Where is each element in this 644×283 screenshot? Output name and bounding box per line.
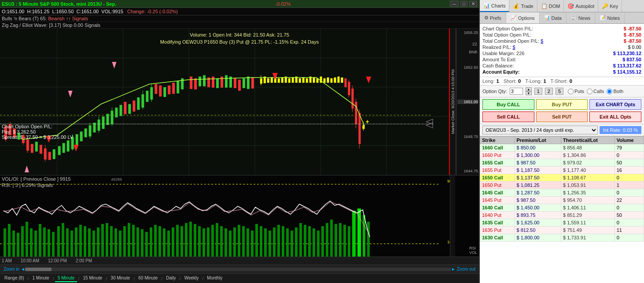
th-theoretical[interactable]: Theoretical/Lot (561, 137, 615, 144)
table-row[interactable]: 1655 Call $ 987.50 $ 979.02 50 (480, 159, 644, 167)
svg-rect-144 (70, 231, 73, 257)
combined-link[interactable]: $ (541, 38, 543, 44)
qty-up-button[interactable]: ▲ (526, 87, 532, 91)
options-table-wrap[interactable]: Strike Premium/Lot Theoretical/Lot Volum… (480, 136, 644, 283)
table-header-row: Strike Premium/Lot Theoretical/Lot Volum… (480, 137, 644, 144)
table-row[interactable]: 1635 Put $ 812.50 $ 751.49 11 (480, 227, 644, 234)
puts-radio-label[interactable]: Puts (568, 89, 584, 94)
scroll-thumb[interactable] (25, 268, 52, 271)
tf-5min[interactable]: 5 Minute (55, 275, 77, 282)
key-icon: 🔑 (602, 3, 608, 9)
svg-rect-49 (128, 104, 131, 114)
svg-rect-61 (172, 83, 175, 94)
calls-radio[interactable] (587, 89, 592, 94)
close-button[interactable]: ✕ (469, 1, 477, 7)
qty-preset-5[interactable]: 5 (556, 88, 563, 95)
svg-rect-47 (119, 105, 122, 116)
table-row[interactable]: 1650 Call $ 1,137.50 $ 1,108.67 0 (480, 174, 644, 182)
th-premium[interactable]: Premium/Lot (515, 137, 561, 144)
table-row[interactable]: 1660 Call $ 850.00 $ 856.48 79 (480, 144, 644, 152)
exit-chart-opts-button[interactable]: Exit CHART Opts (589, 99, 641, 110)
tf-1min[interactable]: 1 Minute (30, 275, 52, 282)
pl-section: Chart Option Open P/L: $ -87.50 Total Op… (480, 24, 644, 77)
qty-preset-2[interactable]: 2 (545, 88, 553, 95)
price-level-4: 1644.75 (457, 169, 478, 173)
long-item: Long: 1 (482, 78, 499, 84)
int-rate-button[interactable]: Int Rate: 0.03 % (600, 126, 641, 134)
sell-put-button[interactable]: Sell PUT (536, 112, 588, 122)
cell-volume: 0 (615, 219, 644, 227)
option-qty-input[interactable] (510, 88, 523, 95)
tab-options[interactable]: 📈 Options (506, 12, 540, 23)
cell-premium: $ 987.50 (515, 159, 561, 167)
scroll-track[interactable] (25, 268, 451, 271)
table-row[interactable]: 1660 Put $ 1,300.00 $ 1,304.86 0 (480, 152, 644, 159)
tf-range[interactable]: Range (8) (2, 275, 26, 282)
ohlc-change: Change: -0.25 (-0.02%) (127, 9, 178, 14)
news-label: News (578, 15, 591, 21)
svg-rect-59 (163, 87, 166, 97)
tshort-item: T-Short: 0 (551, 78, 572, 84)
svg-rect-133 (21, 226, 24, 257)
realized-link[interactable]: $ (512, 45, 515, 50)
nav-charts[interactable]: 📊 Charts (480, 0, 509, 12)
tab-notes[interactable]: 📝 Notes (595, 12, 625, 23)
buy-put-button[interactable]: Buy PUT (536, 99, 588, 110)
sell-call-button[interactable]: Sell CALL (482, 112, 534, 122)
cell-volume: 0 (615, 204, 644, 212)
svg-rect-189 (269, 231, 271, 257)
th-volume[interactable]: Volume (615, 137, 644, 144)
nav-trade[interactable]: 💰 Trade (509, 0, 537, 12)
qty-down-button[interactable]: ▼ (526, 91, 532, 95)
nav-dom[interactable]: 📋 DOM (537, 0, 564, 12)
table-row[interactable]: 1630 Call $ 1,800.00 $ 1,733.91 0 (480, 234, 644, 242)
svg-rect-192 (282, 226, 284, 257)
both-radio-label[interactable]: Both (607, 89, 623, 94)
th-strike[interactable]: Strike (480, 137, 515, 144)
buy-call-button[interactable]: Buy CALL (482, 99, 534, 110)
tab-data[interactable]: 📊 Data (540, 12, 567, 23)
options-label: Options (518, 15, 535, 21)
table-row[interactable]: 1645 Put $ 987.50 $ 954.70 22 (480, 197, 644, 204)
svg-rect-129 (4, 228, 6, 257)
minimize-button[interactable]: — (450, 1, 459, 7)
svg-rect-150 (97, 227, 99, 257)
puts-radio[interactable] (568, 89, 574, 94)
svg-rect-211 (367, 222, 370, 257)
svg-rect-22 (31, 144, 33, 153)
table-row[interactable]: 1650 Put $ 1,081.25 $ 1,053.91 1 (480, 182, 644, 189)
tab-prefs[interactable]: ⚙ Prefs (480, 12, 506, 23)
svg-rect-30 (63, 143, 65, 153)
chart-change: -0.02% (276, 1, 291, 7)
maximize-button[interactable]: □ (460, 1, 467, 7)
svg-rect-136 (34, 231, 37, 257)
svg-rect-28 (53, 149, 55, 159)
svg-rect-135 (30, 228, 33, 257)
account-summary: Long: 1 Short: 0 T-Long: 1 T-Short: 0 (480, 77, 644, 86)
tf-60min[interactable]: 60 Minute (136, 275, 160, 282)
svg-rect-209 (357, 209, 361, 257)
table-row[interactable]: 1640 Put $ 893.75 $ 851.29 50 (480, 212, 644, 219)
qty-preset-1[interactable]: 1 (534, 88, 542, 95)
expiry-select[interactable]: OEW2U3 - Sep. 2013 / 24 days until exp. (482, 126, 598, 134)
calls-radio-label[interactable]: Calls (587, 89, 604, 94)
usable-margin-value: $ 113,230.12 (613, 51, 641, 56)
table-row[interactable]: 1655 Put $ 1,187.50 $ 1,177.40 16 (480, 167, 644, 174)
nav-key[interactable]: 🔑 Key (598, 0, 622, 12)
tf-15min[interactable]: 15 Minute (80, 275, 105, 282)
modifying-info: Modifying OEW2U3 P1650 Buy (3) Put @ 21.… (160, 39, 319, 45)
table-row[interactable]: 1645 Call $ 1,287.50 $ 1,256.35 0 (480, 189, 644, 197)
exit-all-opts-button[interactable]: Exit ALL Opts (589, 112, 641, 122)
table-row[interactable]: 1635 Call $ 1,625.00 $ 1,559.11 0 (480, 219, 644, 227)
tf-30min[interactable]: 30 Minute (108, 275, 132, 282)
table-row[interactable]: 1640 Call $ 1,450.00 $ 1,406.11 0 (480, 204, 644, 212)
zoom-out-button[interactable]: ► Zoom out (451, 267, 475, 272)
zoom-in-button[interactable]: Zoom in ◄ (4, 267, 25, 272)
both-radio[interactable] (607, 89, 612, 94)
tf-monthly[interactable]: Monthly (204, 275, 225, 282)
tf-daily[interactable]: Daily (163, 275, 178, 282)
tf-weekly[interactable]: Weekly (182, 275, 202, 282)
nav-autopilot[interactable]: 🎯 Autopilot (564, 0, 598, 12)
tab-news[interactable]: 📰 News (567, 12, 596, 23)
autopilot-icon: 🎯 (567, 3, 574, 9)
